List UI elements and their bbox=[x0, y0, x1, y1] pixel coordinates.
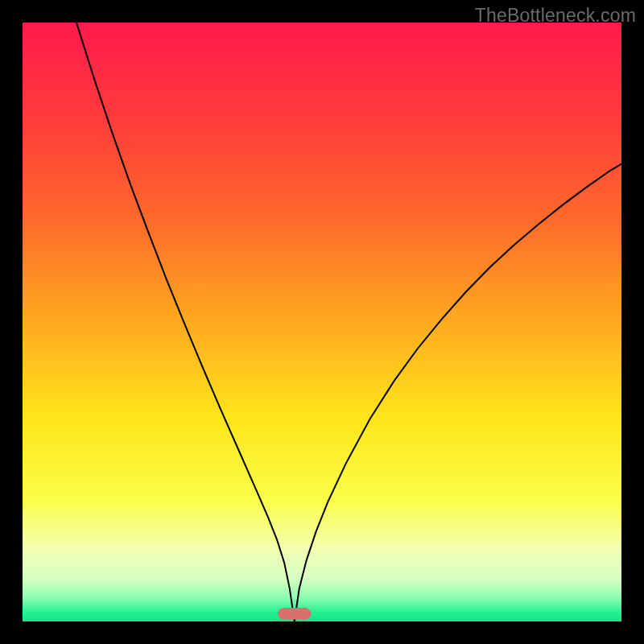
gradient-background bbox=[23, 23, 621, 621]
chart-frame: TheBottleneck.com bbox=[0, 0, 644, 644]
bottleneck-chart bbox=[23, 23, 621, 621]
optimum-marker bbox=[279, 609, 311, 619]
